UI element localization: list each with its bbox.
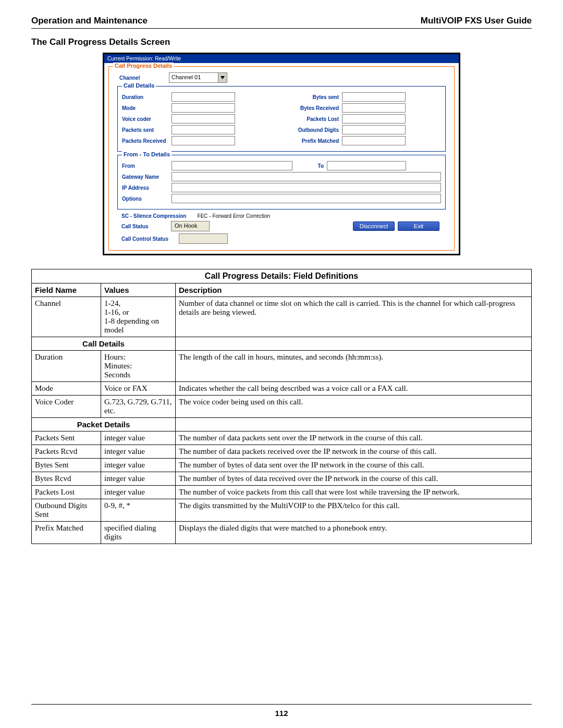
cell-field-name: Packets Sent: [32, 431, 101, 445]
table-row: Prefix Matchedspecified dialing digitsDi…: [32, 522, 532, 544]
voice-coder-label: Voice coder: [122, 116, 172, 122]
duration-label: Duration: [122, 94, 172, 100]
th-description: Description: [176, 283, 532, 297]
options-label: Options: [122, 196, 172, 202]
packets-lost-field: [342, 114, 406, 124]
table-title: Call Progress Details: Field Definitions: [32, 269, 532, 283]
packets-sent-field: [172, 125, 235, 134]
section-title: The Call Progress Details Screen: [31, 37, 532, 47]
options-field: [172, 194, 441, 203]
cell-values: integer value: [101, 486, 176, 499]
table-section-blank: [176, 418, 532, 431]
cell-values: integer value: [101, 431, 176, 445]
cell-description: Number of data channel or time slot on w…: [176, 297, 532, 337]
cell-field-name: Outbound Digits Sent: [32, 499, 101, 522]
chevron-down-icon[interactable]: [218, 73, 227, 82]
cell-field-name: Mode: [32, 382, 101, 396]
th-values: Values: [101, 283, 176, 297]
cell-values: integer value: [101, 459, 176, 472]
cell-description: The digits transmitted by the MultiVOIP …: [176, 499, 532, 522]
ip-address-label: IP Address: [122, 185, 172, 191]
header-right: MultiVOIP FXS User Guide: [421, 16, 532, 26]
cell-values: integer value: [101, 445, 176, 459]
cell-values: 1-24, 1-16, or 1-8 depending on model: [101, 297, 176, 337]
cell-description: The number of bytes of data received ove…: [176, 472, 532, 486]
table-row: Bytes Rcvdinteger valueThe number of byt…: [32, 472, 532, 486]
channel-dropdown[interactable]: Channel 01: [169, 72, 227, 83]
bytes-sent-label: Bytes sent: [289, 94, 342, 100]
bytes-received-label: Bytes Received: [289, 105, 342, 111]
packets-received-field: [172, 136, 235, 145]
cell-description: The number of voice packets from this ca…: [176, 486, 532, 499]
packets-sent-label: Packets sent: [122, 127, 172, 133]
duration-field: [172, 92, 235, 102]
exit-button[interactable]: Exit: [398, 221, 439, 231]
gateway-name-field: [172, 172, 441, 181]
table-row: Packets Rcvdinteger valueThe number of d…: [32, 445, 532, 459]
field-definitions-table: Call Progress Details: Field Definitions…: [31, 269, 532, 544]
table-row: Packet Details: [32, 418, 532, 431]
call-status-label: Call Status: [121, 224, 171, 229]
table-row: Outbound Digits Sent0-9, #, *The digits …: [32, 499, 532, 522]
gateway-name-label: Gateway Name: [122, 174, 172, 180]
cell-description: Displays the dialed digits that were mat…: [176, 522, 532, 544]
page-number: 112: [0, 704, 563, 718]
bytes-sent-field: [342, 92, 406, 102]
abbr-sc: SC - Silence Compression: [121, 213, 186, 219]
table-section-header: Call Details: [32, 337, 176, 351]
cell-field-name: Channel: [32, 297, 101, 337]
cell-description: The number of data packets received over…: [176, 445, 532, 459]
cell-description: The length of the call in hours, minutes…: [176, 351, 532, 382]
to-label: To: [292, 163, 327, 169]
cell-field-name: Duration: [32, 351, 101, 382]
call-progress-details-window: Current Permission: Read/Write Call Prog…: [103, 53, 460, 255]
prefix-matched-field: [342, 136, 406, 145]
table-section-blank: [176, 337, 532, 351]
call-control-status-label: Call Control Status: [121, 236, 179, 242]
cell-field-name: Packets Rcvd: [32, 445, 101, 459]
call-control-status-value: [179, 233, 228, 244]
abbr-fec: FEC - Forward Error Correction: [198, 213, 270, 219]
table-row: DurationHours: Minutes: SecondsThe lengt…: [32, 351, 532, 382]
mode-label: Mode: [122, 105, 172, 111]
table-row: Voice CoderG.723, G.729, G.711, etc.The …: [32, 396, 532, 418]
cell-field-name: Prefix Matched: [32, 522, 101, 544]
table-row: Channel1-24, 1-16, or 1-8 depending on m…: [32, 297, 532, 337]
prefix-matched-label: Prefix Matched: [289, 138, 342, 144]
cell-field-name: Bytes Rcvd: [32, 472, 101, 486]
cell-values: integer value: [101, 472, 176, 486]
cell-values: Hours: Minutes: Seconds: [101, 351, 176, 382]
table-section-header: Packet Details: [32, 418, 176, 431]
outbound-digits-label: Outbound Digits: [289, 127, 342, 133]
mode-field: [172, 103, 235, 113]
packets-lost-label: Packets Lost: [289, 116, 342, 122]
from-label: From: [122, 163, 172, 169]
cell-values: specified dialing digits: [101, 522, 176, 544]
th-field-name: Field Name: [32, 283, 101, 297]
cell-description: Indicates whether the call being describ…: [176, 382, 532, 396]
call-details-legend: Call Details: [122, 82, 156, 89]
header-left: Operation and Maintenance: [31, 16, 148, 26]
table-row: Packets Sentinteger valueThe number of d…: [32, 431, 532, 445]
table-row: Bytes Sentinteger valueThe number of byt…: [32, 459, 532, 472]
cell-field-name: Voice Coder: [32, 396, 101, 418]
main-legend: Call Progress Details: [113, 63, 174, 69]
cell-values: G.723, G.729, G.711, etc.: [101, 396, 176, 418]
table-row: Packets Lostinteger valueThe number of v…: [32, 486, 532, 499]
voice-coder-field: [172, 114, 235, 124]
table-row: ModeVoice or FAXIndicates whether the ca…: [32, 382, 532, 396]
from-to-legend: From - To Details: [122, 151, 172, 157]
disconnect-button[interactable]: Disconnect: [353, 221, 395, 231]
packets-received-label: Packets Received: [122, 138, 172, 144]
channel-label: Channel: [119, 75, 169, 81]
to-field: [327, 161, 406, 170]
cell-description: The number of data packets sent over the…: [176, 431, 532, 445]
table-row: Call Details: [32, 337, 532, 351]
cell-field-name: Packets Lost: [32, 486, 101, 499]
cell-description: The number of bytes of data sent over th…: [176, 459, 532, 472]
cell-values: Voice or FAX: [101, 382, 176, 396]
from-field: [172, 161, 292, 170]
ip-address-field: [172, 183, 441, 192]
channel-value: Channel 01: [169, 73, 218, 82]
cell-field-name: Bytes Sent: [32, 459, 101, 472]
